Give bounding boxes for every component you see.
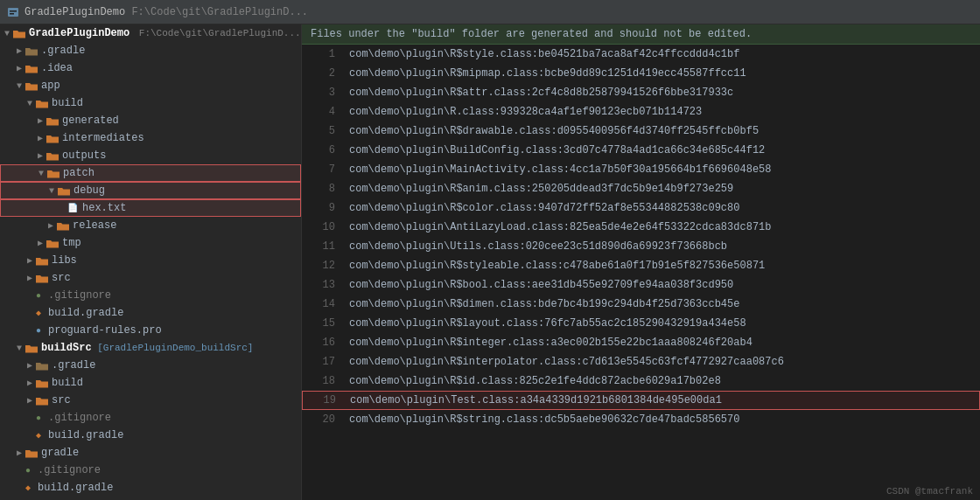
line-number-8: 8 (309, 183, 335, 195)
hex-file-icon: 📄 (66, 203, 80, 213)
code-text-15: com\demo\plugin\R$layout.class:76fc7ab55… (349, 317, 746, 330)
code-line-19: 19com\demo\plugin\Test.class:a34a4339d19… (302, 391, 980, 410)
sidebar-item-release[interactable]: ▶ release (0, 217, 301, 234)
sidebar-item-gradle-properties[interactable]: ● gradle.properties (0, 497, 301, 500)
project-path: F:\Code\git\GradlePluginD... (125, 6, 308, 18)
sidebar-item-libs[interactable]: ▶ libs (0, 252, 301, 269)
svg-rect-0 (8, 8, 18, 17)
info-banner-text: Files under the "build" folder are gener… (311, 28, 752, 40)
svg-rect-1 (10, 10, 17, 12)
sidebar-item-gradle-root-main[interactable]: ▶ gradle (0, 444, 301, 462)
project-tree[interactable]: ▼ GradlePluginDemo F:\Code\git\GradlePlu… (0, 24, 302, 500)
sidebar-item-outputs[interactable]: ▶ outputs (0, 147, 301, 164)
tree-arrow-gradle: ▶ (14, 45, 24, 56)
sidebar-item-gitignore-app[interactable]: ● .gitignore (0, 287, 301, 304)
sidebar-item-hex-txt[interactable]: 📄 hex.txt (0, 199, 301, 217)
release-label: release (73, 219, 116, 232)
code-line-4: 4com\demo\plugin\R.class:939328ca4af1ef9… (302, 102, 980, 122)
line-number-13: 13 (309, 279, 335, 291)
code-text-11: com\demo\plugin\Utils.class:020cee23c51d… (349, 240, 727, 253)
project-folder-icon (12, 28, 26, 38)
gradle-folder-icon (24, 45, 38, 56)
sidebar-item-patch[interactable]: ▼ patch (0, 164, 301, 182)
sidebar-item-src-buildsrc[interactable]: ▶ src (0, 392, 301, 409)
title-bar: GradlePluginDemo F:\Code\git\GradlePlugi… (0, 0, 980, 24)
code-text-13: com\demo\plugin\R$bool.class:aee31db455e… (349, 279, 733, 291)
code-line-18: 18com\demo\plugin\R$id.class:825c2e1fe4d… (302, 372, 980, 391)
intermediates-label: intermediates (62, 132, 144, 144)
proguard-label: proguard-rules.pro (48, 324, 162, 337)
sidebar-item-idea[interactable]: ▶ .idea (0, 59, 301, 77)
sidebar-item-intermediates[interactable]: ▶ intermediates (0, 129, 301, 147)
sidebar-item-build-buildsrc[interactable]: ▶ build (0, 374, 301, 392)
line-number-5: 5 (309, 125, 335, 137)
code-line-3: 3com\demo\plugin\R$attr.class:2cf4c8d8b2… (302, 83, 980, 102)
code-text-3: com\demo\plugin\R$attr.class:2cf4c8d8b25… (349, 87, 733, 99)
code-line-16: 16com\demo\plugin\R$integer.class:a3ec00… (302, 333, 980, 352)
gradle-label: .gradle (41, 45, 85, 57)
info-banner: Files under the "build" folder are gener… (302, 24, 980, 45)
build-label: build (52, 97, 83, 109)
line-number-2: 2 (309, 67, 335, 80)
line-number-16: 16 (309, 337, 335, 349)
line-number-7: 7 (309, 163, 335, 176)
sidebar-item-build[interactable]: ▼ build (0, 94, 301, 112)
code-line-17: 17com\demo\plugin\R$interpolator.class:c… (302, 352, 980, 372)
code-text-1: com\demo\plugin\R$style.class:be04521ba7… (349, 48, 739, 60)
src-label: src (52, 272, 71, 284)
debug-folder-icon (57, 185, 71, 196)
code-line-10: 10com\demo\plugin\AntiLazyLoad.class:825… (302, 218, 980, 237)
sidebar-item-gitignore-buildsrc[interactable]: ● .gitignore (0, 409, 301, 427)
sidebar-item-buildsrc[interactable]: ▼ buildSrc [GradlePluginDemo_buildSrc] (0, 339, 301, 357)
code-line-11: 11com\demo\plugin\Utils.class:020cee23c5… (302, 237, 980, 256)
root-label: GradlePluginDemo (29, 27, 130, 39)
generated-label: generated (62, 115, 119, 127)
idea-folder-icon (24, 63, 38, 73)
patch-folder-icon (46, 168, 60, 178)
sidebar-item-app[interactable]: ▼ app (0, 77, 301, 94)
sidebar-item-gitignore-root[interactable]: ● .gitignore (0, 462, 301, 479)
sidebar-item-proguard[interactable]: ● proguard-rules.pro (0, 322, 301, 339)
gradle-root-main-icon (24, 448, 38, 458)
sidebar-item-build-gradle-root[interactable]: ◆ build.gradle (0, 479, 301, 497)
sidebar-item-generated[interactable]: ▶ generated (0, 112, 301, 129)
code-text-20: com\demo\plugin\R$string.class:dc5b5aebe… (349, 413, 739, 426)
line-number-15: 15 (309, 317, 335, 330)
sidebar-item-gradle-buildsrc[interactable]: ▶ .gradle (0, 357, 301, 374)
code-line-9: 9com\demo\plugin\R$color.class:9407d72ff… (302, 198, 980, 218)
code-text-6: com\demo\plugin\BuildConfig.class:3cd07c… (349, 144, 765, 156)
code-text-9: com\demo\plugin\R$color.class:9407d72ff5… (349, 202, 739, 214)
sidebar-item-build-gradle-buildsrc[interactable]: ◆ build.gradle (0, 427, 301, 444)
build-gradle-app-label: build.gradle (48, 307, 123, 319)
outputs-folder-icon (46, 150, 60, 161)
code-line-8: 8com\demo\plugin\R$anim.class:250205ddea… (302, 179, 980, 198)
build-gradle-root-label: build.gradle (38, 482, 113, 494)
tree-arrow-root: ▼ (2, 29, 12, 38)
sidebar-item-gradle[interactable]: ▶ .gradle (0, 42, 301, 59)
line-number-1: 1 (309, 48, 335, 60)
code-line-20: 20com\demo\plugin\R$string.class:dc5b5ae… (302, 410, 980, 429)
line-number-19: 19 (310, 394, 336, 406)
libs-folder-icon (35, 255, 49, 266)
sidebar-item-build-gradle-app[interactable]: ◆ build.gradle (0, 304, 301, 322)
code-area[interactable]: 1com\demo\plugin\R$style.class:be04521ba… (302, 45, 980, 500)
sidebar-item-src[interactable]: ▶ src (0, 269, 301, 287)
tmp-label: tmp (62, 237, 81, 249)
outputs-label: outputs (62, 149, 106, 162)
line-number-12: 12 (309, 260, 335, 272)
watermark: CSDN @tmacfrank (886, 486, 973, 497)
debug-label: debug (74, 184, 105, 197)
sidebar-item-gradle-plugin-demo-root[interactable]: ▼ GradlePluginDemo F:\Code\git\GradlePlu… (0, 24, 301, 42)
line-number-4: 4 (309, 106, 335, 118)
project-icon (7, 6, 19, 18)
app-folder-icon (24, 80, 38, 91)
code-line-15: 15com\demo\plugin\R$layout.class:76fc7ab… (302, 314, 980, 333)
libs-label: libs (52, 254, 77, 267)
sidebar-item-debug[interactable]: ▼ debug (0, 182, 301, 199)
sidebar-item-tmp[interactable]: ▶ tmp (0, 234, 301, 252)
gitignore-app-label: .gitignore (48, 289, 111, 302)
code-line-5: 5com\demo\plugin\R$drawable.class:d09554… (302, 122, 980, 141)
main-layout: ▼ GradlePluginDemo F:\Code\git\GradlePlu… (0, 24, 980, 500)
gitignore-app-icon: ● (32, 290, 46, 301)
code-line-14: 14com\demo\plugin\R$dimen.class:bde7bc4b… (302, 295, 980, 314)
